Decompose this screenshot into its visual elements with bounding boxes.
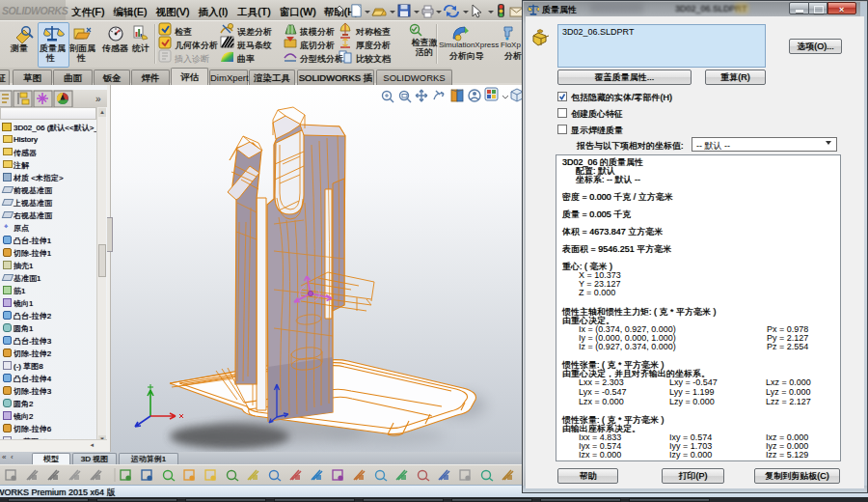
svg-text:»: » [95, 94, 101, 104]
